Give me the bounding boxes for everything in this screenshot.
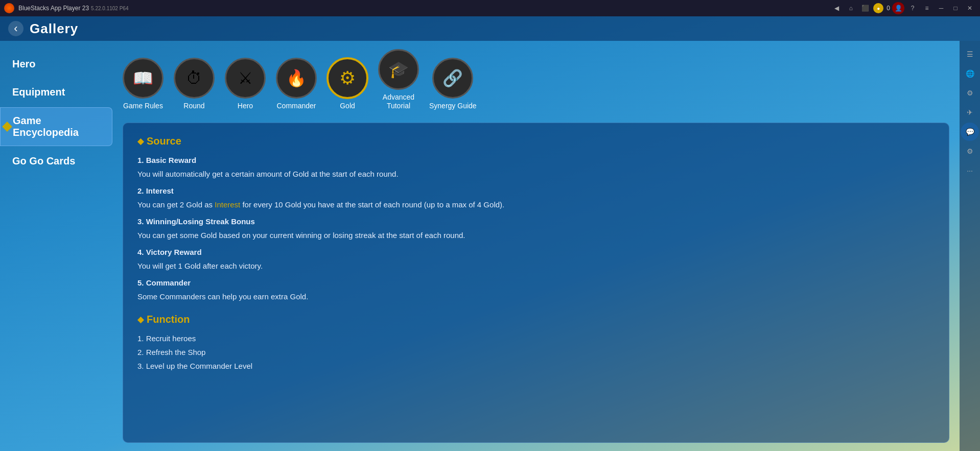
sidebar-item-hero[interactable]: Hero <box>0 51 112 77</box>
nav-home-icon[interactable]: ⌂ <box>845 2 857 14</box>
tab-commander-label: Commander <box>276 102 316 110</box>
source-item-5-title: 5. Commander <box>137 278 191 287</box>
tab-commander-icon-wrap: 🔥 <box>276 58 317 99</box>
tab-game-rules[interactable]: 📖 Game Rules <box>123 58 164 110</box>
main-panel: Source 1. Basic Reward You will automati… <box>123 123 949 443</box>
sidebar-label-go-go-cards: Go Go Cards <box>12 155 75 167</box>
function-section: Function 1. Recruit heroes 2. Refresh th… <box>137 314 935 373</box>
app-logo <box>4 3 14 13</box>
tab-hero-icon-wrap: ⚔ <box>225 58 266 99</box>
source-item-4: 4. Victory Reward You will get 1 Gold af… <box>137 245 935 273</box>
sidebar-item-go-go-cards[interactable]: Go Go Cards <box>0 148 112 174</box>
graduation-icon: 🎓 <box>388 61 409 78</box>
active-indicator-icon <box>2 122 12 132</box>
tab-gold[interactable]: ⚙ Gold <box>327 58 368 110</box>
source-item-3-title: 3. Winning/Losing Streak Bonus <box>137 217 255 226</box>
source-section-title: Source <box>137 135 935 147</box>
tab-game-rules-label: Game Rules <box>123 102 163 110</box>
tab-round-icon-wrap: ⏱ <box>174 58 215 99</box>
close-button[interactable]: ✕ <box>964 2 976 14</box>
nav-back-icon[interactable]: ◀ <box>830 2 843 14</box>
source-content: 1. Basic Reward You will automatically g… <box>137 153 935 303</box>
tab-gold-icon-wrap: ⚙ <box>327 58 368 99</box>
tab-gold-label: Gold <box>340 102 355 110</box>
app-container: ‹ Gallery Hero Equipment GameEncyclopedi… <box>0 16 980 451</box>
back-button[interactable]: ‹ <box>8 21 24 36</box>
tab-hero[interactable]: ⚔ Hero <box>225 58 266 110</box>
fire-icon: 🔥 <box>286 70 307 86</box>
content-area: 📖 Game Rules ⏱ Round ⚔ Hero <box>112 41 960 451</box>
tab-round-label: Round <box>183 102 204 110</box>
function-item-3: 3. Level up the Commander Level <box>137 359 935 373</box>
title-bar: BlueStacks App Player 23 5.22.0.1102 P64… <box>0 0 980 16</box>
synergy-icon: 🔗 <box>442 70 463 86</box>
window-controls: ◀ ⌂ ⬛ ● 0 👤 ? ≡ ─ □ ✕ <box>830 2 976 14</box>
source-item-2-pre: You can get 2 Gold as <box>137 200 215 209</box>
sword-icon: ⚔ <box>238 70 253 86</box>
sidebar-label-equipment: Equipment <box>12 86 65 98</box>
right-sidebar: ☰ 🌐 ⚙ ✈ 💬 ⚙ ··· <box>960 41 980 451</box>
source-item-1: 1. Basic Reward You will automatically g… <box>137 153 935 181</box>
interest-highlight: Interest <box>215 200 240 209</box>
page-title: Gallery <box>30 21 78 37</box>
tab-hero-label: Hero <box>238 102 253 110</box>
timer-icon: ⏱ <box>186 70 202 86</box>
tab-bar: 📖 Game Rules ⏱ Round ⚔ Hero <box>123 49 949 114</box>
function-item-2: 2. Refresh the Shop <box>137 345 935 359</box>
menu-icon[interactable]: ≡ <box>921 2 933 14</box>
source-item-3: 3. Winning/Losing Streak Bonus You can g… <box>137 215 935 242</box>
function-content: 1. Recruit heroes 2. Refresh the Shop 3.… <box>137 331 935 373</box>
right-sidebar-more-icon[interactable]: ··· <box>961 161 979 180</box>
source-item-5-desc: Some Commanders can help you earn extra … <box>137 292 308 301</box>
minimize-button[interactable]: ─ <box>935 2 947 14</box>
sidebar-label-game-encyclopedia: GameEncyclopedia <box>13 115 79 138</box>
source-item-3-desc: You can get some Gold based on your curr… <box>137 231 465 240</box>
sidebar-label-hero: Hero <box>12 58 36 69</box>
right-sidebar-icon-5[interactable]: ⚙ <box>961 142 979 160</box>
app-version: 5.22.0.1102 P64 <box>91 6 128 11</box>
function-section-title: Function <box>137 314 935 325</box>
source-item-2-post: for every 10 Gold you have at the start … <box>240 200 504 209</box>
tab-commander[interactable]: 🔥 Commander <box>276 58 317 110</box>
source-item-4-title: 4. Victory Reward <box>137 248 202 256</box>
right-sidebar-icon-4[interactable]: ✈ <box>961 103 979 122</box>
right-sidebar-icon-1[interactable]: ☰ <box>961 45 979 63</box>
gold-count: 0 <box>886 5 890 12</box>
source-item-5: 5. Commander Some Commanders can help yo… <box>137 276 935 303</box>
source-item-2: 2. Interest You can get 2 Gold as Intere… <box>137 184 935 211</box>
function-item-1: 1. Recruit heroes <box>137 331 935 345</box>
sidebar: Hero Equipment GameEncyclopedia Go Go Ca… <box>0 41 112 451</box>
right-sidebar-chat-icon[interactable]: 💬 <box>961 123 979 141</box>
sidebar-item-game-encyclopedia[interactable]: GameEncyclopedia <box>0 107 112 146</box>
profile-icon[interactable]: 👤 <box>892 2 904 14</box>
right-sidebar-icon-3[interactable]: ⚙ <box>961 84 979 102</box>
app-header: ‹ Gallery <box>0 16 980 41</box>
app-name: BlueStacks App Player 23 <box>18 5 89 12</box>
sidebar-item-equipment[interactable]: Equipment <box>0 79 112 105</box>
gold-icon: ⚙ <box>339 69 356 87</box>
tab-advanced-tutorial[interactable]: 🎓 AdvancedTutorial <box>378 49 419 110</box>
source-item-1-title: 1. Basic Reward <box>137 156 196 164</box>
source-item-2-title: 2. Interest <box>137 186 174 195</box>
help-icon[interactable]: ? <box>906 2 919 14</box>
tab-game-rules-icon-wrap: 📖 <box>123 58 164 99</box>
tab-synergy-guide-icon-wrap: 🔗 <box>432 58 473 99</box>
source-item-1-desc: You will automatically get a certain amo… <box>137 170 399 178</box>
main-layout: Hero Equipment GameEncyclopedia Go Go Ca… <box>0 41 980 451</box>
tab-advanced-tutorial-icon-wrap: 🎓 <box>378 49 419 90</box>
tab-synergy-guide-label: Synergy Guide <box>429 102 477 110</box>
source-item-4-desc: You will get 1 Gold after each victory. <box>137 262 263 270</box>
tab-advanced-tutorial-label: AdvancedTutorial <box>383 93 414 110</box>
book-icon: 📖 <box>133 70 153 86</box>
gold-badge: ● <box>873 3 883 13</box>
tab-synergy-guide[interactable]: 🔗 Synergy Guide <box>429 58 477 110</box>
tab-round[interactable]: ⏱ Round <box>174 58 215 110</box>
right-sidebar-icon-2[interactable]: 🌐 <box>961 64 979 83</box>
maximize-button[interactable]: □ <box>949 2 962 14</box>
nav-save-icon[interactable]: ⬛ <box>859 2 871 14</box>
